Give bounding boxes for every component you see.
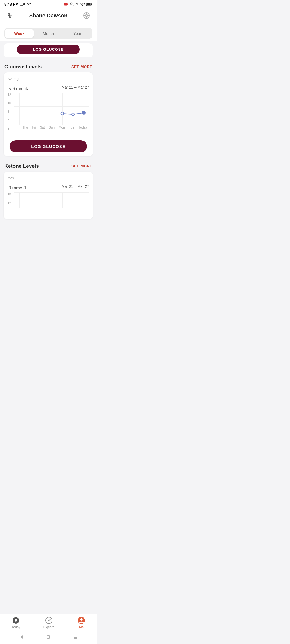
glucose-x-mon: Mon xyxy=(59,126,65,129)
glucose-x-labels: Thu Fri Sat Sun Mon Tue Today xyxy=(20,125,89,130)
glucose-chart-card: Average 5.6mmol/L Mar 21 – Mar 27 12 10 … xyxy=(4,72,93,156)
ketone-section-title: Ketone Levels xyxy=(4,163,39,169)
ketone-y-label-16: 16 xyxy=(8,192,11,196)
status-time: 8:43 PM xyxy=(4,2,19,6)
glucose-see-more[interactable]: SEE MORE xyxy=(71,65,92,69)
ketone-chart-area: 16 12 8 xyxy=(8,192,89,214)
svg-point-14 xyxy=(10,15,12,16)
log-glucose-button[interactable]: LOG GLUCOSE xyxy=(10,140,87,152)
svg-marker-1 xyxy=(23,3,25,5)
svg-point-17 xyxy=(85,14,88,17)
ketone-meta-label: Max xyxy=(8,176,89,180)
glucose-chart-plot: Thu Fri Sat Sun Mon Tue Today xyxy=(14,93,89,130)
ketone-y-label-12: 12 xyxy=(8,202,11,205)
glucose-y-labels: 12 10 8 6 3 xyxy=(8,93,11,136)
glucose-y-label-12: 12 xyxy=(8,93,11,96)
ketone-section: Ketone Levels SEE MORE Max 3mmol/L Mar 2… xyxy=(0,159,97,222)
glucose-x-sat: Sat xyxy=(40,126,45,129)
glucose-x-fri: Fri xyxy=(32,126,36,129)
header: Shane Dawson xyxy=(0,8,97,24)
glucose-x-thu: Thu xyxy=(23,126,28,129)
svg-point-7 xyxy=(82,5,83,6)
svg-rect-9 xyxy=(87,3,91,5)
route-icon xyxy=(27,2,31,6)
svg-point-6 xyxy=(71,3,73,5)
glucose-x-sun: Sun xyxy=(49,126,55,129)
ketone-y-labels: 16 12 8 xyxy=(8,192,11,214)
settings-icon xyxy=(83,12,90,19)
log-glucose-wrap: LOG GLUCOSE xyxy=(8,140,89,152)
ketone-unit: mmol/L xyxy=(12,185,27,191)
partial-top-button[interactable]: LOG GLUCOSE xyxy=(17,45,80,54)
record-icon xyxy=(64,2,69,6)
svg-marker-5 xyxy=(67,3,68,5)
glucose-y-label-8: 8 xyxy=(8,110,11,113)
glucose-section-title: Glucose Levels xyxy=(4,64,42,70)
glucose-section: Glucose Levels SEE MORE Average 5.6mmol/… xyxy=(0,60,97,159)
status-left: 8:43 PM xyxy=(4,2,31,6)
status-bar: 8:43 PM xyxy=(0,0,97,8)
glucose-y-label-6: 6 xyxy=(8,118,11,122)
key-icon xyxy=(70,2,74,6)
main-content: Week Month Year LOG GLUCOSE Glucose Leve… xyxy=(0,24,97,254)
tab-row: Week Month Year xyxy=(4,28,92,39)
svg-rect-4 xyxy=(64,3,67,5)
settings-button[interactable] xyxy=(82,11,91,20)
glucose-meta-label: Average xyxy=(8,77,89,81)
glucose-x-today: Today xyxy=(78,126,87,129)
svg-point-2 xyxy=(27,3,28,5)
ketone-section-header: Ketone Levels SEE MORE xyxy=(4,159,93,172)
svg-point-13 xyxy=(9,13,10,15)
ketone-chart-plot xyxy=(14,192,89,208)
tab-year[interactable]: Year xyxy=(63,29,92,38)
glucose-section-header: Glucose Levels SEE MORE xyxy=(4,60,93,72)
wifi-icon xyxy=(80,2,85,6)
filter-icon xyxy=(7,13,13,18)
ketone-chart-card: Max 3mmol/L Mar 21 – Mar 27 16 12 8 xyxy=(4,172,93,219)
ketone-value: 3mmol/L xyxy=(8,181,27,192)
svg-point-15 xyxy=(9,17,11,18)
video-icon xyxy=(20,3,25,6)
ketone-y-label-8: 8 xyxy=(8,211,11,214)
page-title: Shane Dawson xyxy=(29,13,67,19)
svg-point-27 xyxy=(72,113,74,116)
svg-point-3 xyxy=(30,3,31,4)
tab-month[interactable]: Month xyxy=(34,29,63,38)
glucose-y-label-3: 3 xyxy=(8,127,11,130)
glucose-chart-area: 12 10 8 6 3 xyxy=(8,93,89,136)
status-right xyxy=(64,2,92,6)
glucose-y-label-10: 10 xyxy=(8,101,11,105)
glucose-value: 5.6mmol/L xyxy=(8,81,31,93)
battery-icon xyxy=(86,3,92,6)
glucose-unit: mmol/L xyxy=(16,86,31,91)
glucose-x-tue: Tue xyxy=(69,126,74,129)
svg-rect-0 xyxy=(20,3,23,5)
partial-top-card: LOG GLUCOSE xyxy=(4,43,93,57)
bluetooth-icon xyxy=(75,2,79,6)
tab-week[interactable]: Week xyxy=(5,29,34,38)
ketone-see-more[interactable]: SEE MORE xyxy=(71,164,92,168)
svg-point-28 xyxy=(82,111,85,114)
filter-button[interactable] xyxy=(5,11,15,20)
svg-point-26 xyxy=(61,112,64,115)
tab-selector: Week Month Year xyxy=(0,24,97,41)
